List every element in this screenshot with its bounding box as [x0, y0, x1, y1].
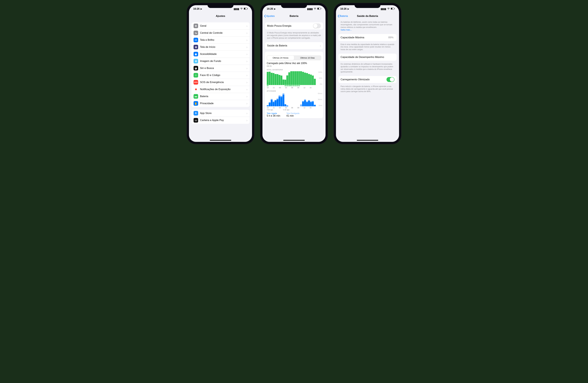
svg-rect-2: [248, 8, 248, 9]
siri-icon: ◕: [193, 66, 198, 70]
battery-level-caption: NÍVEL DA BATERIA: [267, 69, 321, 71]
battery-usage-panel: Últimas 24 Horas Últimos 10 Dias Carrega…: [265, 52, 323, 118]
activity-legend: Tela Ligada5 h e 36 min Tela Desligada41…: [267, 112, 321, 117]
iphone-frame-settings: 16:26 ➤ ▮▮▮▮ Ajustes ⚙︎Geral›⇋Central de…: [187, 3, 254, 144]
svg-rect-5: [321, 8, 321, 9]
time-range-segmented: Últimas 24 Horas Últimos 10 Dias: [267, 55, 321, 60]
settings-row-sos-de-emerg-ncia[interactable]: SOSSOS de Emergência›: [191, 79, 250, 86]
back-label: Ajustes: [266, 15, 275, 18]
optimized-charging-toggle[interactable]: [386, 77, 395, 82]
virus-icon: ✺: [193, 87, 198, 92]
row-label: Carteira e Apple Pay: [200, 119, 246, 122]
battery-icon: [317, 7, 321, 10]
battery-level-chart: 100%50%0% ⚡︎: [267, 71, 321, 86]
peak-performance-row[interactable]: Capacidade de Desempenho Máximo: [338, 54, 397, 61]
optimized-charging-desc: Para reduzir o desgaste da bateria, o iP…: [338, 84, 397, 93]
row-label: Bateria: [200, 95, 246, 98]
switches-icon: ⇋: [193, 31, 198, 35]
chevron-right-icon: ›: [246, 39, 248, 42]
learn-more-link[interactable]: Saiba mais…: [340, 29, 352, 31]
page-title: Ajustes: [216, 15, 225, 18]
settings-row-carteira-e-apple-pay[interactable]: ▭Carteira e Apple Pay›: [191, 117, 250, 124]
settings-row-app-store[interactable]: AApp Store›: [191, 110, 250, 117]
chevron-right-icon: ›: [320, 44, 321, 47]
seg-24h[interactable]: Últimas 24 Horas: [267, 56, 294, 60]
row-label: Face ID e Código: [200, 74, 246, 77]
svg-rect-4: [317, 8, 319, 9]
battery-icon: [391, 7, 395, 10]
svg-rect-1: [244, 8, 245, 9]
settings-row-central-de-controle[interactable]: ⇋Central de Controle›: [191, 29, 250, 36]
screen-on-value: 5 h e 36 min: [267, 114, 280, 117]
wifi-icon: [314, 7, 316, 10]
back-button[interactable]: Ajustes: [264, 15, 275, 18]
battery-health-row[interactable]: Saúde da Bateria ›: [265, 42, 323, 49]
back-label: Bateria: [340, 15, 348, 18]
wifi-icon: [387, 7, 390, 10]
low-power-label: Modo Pouca Energia: [267, 24, 313, 27]
chevron-right-icon: ›: [246, 74, 248, 77]
low-power-mode-row: Modo Pouca Energia: [265, 22, 323, 29]
screen-off-label: Tela Desligada: [286, 112, 299, 114]
battery-icon: [244, 7, 248, 10]
home-indicator[interactable]: [210, 140, 231, 141]
nav-bar: Ajustes: [189, 13, 252, 20]
settings-row-bateria[interactable]: ▬Bateria›: [191, 93, 250, 100]
settings-row-tela-e-brilho[interactable]: AATela e Brilho›: [191, 36, 250, 44]
x-axis: 1821000306091215: [267, 107, 321, 109]
settings-row-geral[interactable]: ⚙︎Geral›: [191, 22, 250, 29]
clock: 16:26: [340, 7, 347, 10]
wifi-icon: [240, 7, 243, 10]
home-indicator[interactable]: [357, 140, 378, 141]
A-icon: A: [193, 111, 198, 115]
iphone-frame-battery-health: 16:26 ➤ ▮▮▮▮ Bateria Saúde da Bateria As…: [334, 3, 401, 144]
row-label: Central de Controle: [200, 31, 246, 34]
location-icon: ➤: [274, 7, 276, 10]
settings-row-tela-de-in-cio[interactable]: ⊞Tela de Início›: [191, 44, 250, 50]
max-capacity-row: Capacidade Máxima 89%: [338, 34, 397, 41]
chevron-right-icon: ›: [246, 88, 248, 91]
svg-rect-8: [395, 8, 395, 9]
settings-row-siri-e-busca[interactable]: ◕Siri e Busca›: [191, 65, 250, 72]
AA-icon: AA: [193, 38, 198, 42]
notch: [355, 3, 380, 8]
low-power-description: O Modo Pouca Energia reduz temporariamen…: [265, 31, 323, 39]
back-button[interactable]: Bateria: [337, 15, 348, 18]
row-label: Imagem de Fundo: [200, 60, 246, 63]
chevron-right-icon: ›: [246, 31, 248, 34]
activity-chart: 60min30min0min: [267, 92, 321, 106]
max-capacity-label: Capacidade Máxima: [340, 36, 388, 39]
peak-performance-label: Capacidade de Desempenho Máximo: [340, 56, 395, 59]
max-capacity-value: 89%: [388, 36, 394, 39]
wallet-icon: ▭: [193, 118, 198, 123]
row-label: SOS de Emergência: [200, 81, 246, 84]
settings-row-notifica-es-de-exposi-o[interactable]: ✺Notificações de Exposição›: [191, 86, 250, 93]
chevron-right-icon: ›: [246, 67, 248, 70]
chevron-left-icon: [264, 15, 266, 18]
settings-row-imagem-de-fundo[interactable]: ✿Imagem de Fundo›: [191, 58, 250, 65]
row-label: Geral: [200, 24, 246, 27]
settings-row-acessibilidade[interactable]: ◉Acessibilidade›: [191, 50, 250, 58]
seg-10d[interactable]: Últimos 10 Dias: [294, 56, 321, 60]
notch: [281, 3, 307, 8]
settings-row-face-id-e-c-digo[interactable]: ☺︎Face ID e Código›: [191, 72, 250, 79]
low-power-toggle[interactable]: [313, 23, 321, 28]
home-indicator[interactable]: [283, 140, 305, 141]
peak-performance-desc: Os sistemas dinâmicos de software e hard…: [338, 62, 397, 73]
optimized-charging-label: Carregamento Otimizado: [340, 78, 386, 81]
clock: 16:26: [193, 7, 200, 10]
last-charge-title: Carregado pela Última Vez até 100%: [267, 62, 321, 65]
max-capacity-desc: Esta é uma medida da capacidade da bater…: [338, 42, 397, 51]
chevron-right-icon: ›: [246, 53, 248, 56]
chevron-right-icon: ›: [246, 81, 248, 84]
row-label: Siri e Busca: [200, 67, 246, 70]
row-label: Tela de Início: [200, 45, 246, 48]
settings-row-privacidade[interactable]: ✋Privacidade›: [191, 100, 250, 107]
svg-rect-7: [391, 8, 392, 9]
person-icon: ◉: [193, 52, 198, 56]
grid-icon: ⊞: [193, 45, 198, 49]
chevron-right-icon: ›: [246, 45, 248, 48]
optimized-charging-row: Carregamento Otimizado: [338, 76, 397, 83]
location-icon: ➤: [200, 7, 202, 10]
chevron-left-icon: [337, 15, 339, 18]
